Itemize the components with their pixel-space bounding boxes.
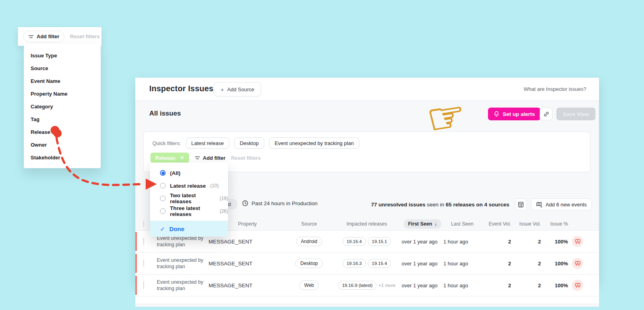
impacted-releases-cell: 19.16.3 19.15.4 [332, 259, 402, 268]
summary-mid: seen in [425, 202, 446, 208]
issue-type-cell: Event unexpected by tracking plan [157, 257, 209, 270]
add-new-events-label: Add 6 new events [546, 202, 587, 208]
add-source-label: Add Source [227, 86, 254, 92]
radio-selected-icon[interactable] [160, 170, 166, 176]
filter-menu-item-tag[interactable]: Tag [24, 113, 101, 126]
last-seen-cell: 1 hour ago [443, 261, 481, 267]
screenshot-canvas: Add filter Reset filters Issue Type Sour… [0, 0, 644, 310]
release-option-latest[interactable]: Latest release (10) [150, 179, 228, 192]
quick-filters-label: Quick filters: [152, 140, 181, 146]
quick-filter-latest-release[interactable]: Latest release [186, 137, 230, 149]
inspector-help-link[interactable]: What are Inspector issues? [523, 86, 586, 92]
save-view-button[interactable]: Save View [556, 108, 595, 120]
reset-filters-button[interactable]: Reset filters [70, 33, 100, 39]
filter-menu-item-issue-type[interactable]: Issue Type [24, 49, 101, 62]
sort-down-icon: ↓ [435, 221, 437, 227]
page-title: Inspector Issues [149, 84, 213, 93]
filter-menu-item-owner[interactable]: Owner [24, 139, 101, 151]
filter-menu-item-event-name[interactable]: Event Name [24, 75, 101, 88]
tracking-plan-violation-icon [572, 236, 583, 247]
release-option-label: (All) [170, 170, 180, 176]
remove-filter-icon[interactable]: ✕ [180, 155, 184, 161]
issue-pct-cell: 100% [541, 261, 568, 267]
impacted-releases-cell: 19.16.4 19.15.1 [332, 237, 402, 246]
property-cell: MESSAGE_SENT [209, 261, 286, 267]
property-cell: MESSAGE_SENT [209, 283, 286, 288]
col-first-seen-label: First Seen [408, 221, 432, 227]
release-option-three-latest[interactable]: Three latest releases (26) [150, 205, 228, 218]
last-seen-cell: 1 hour ago [443, 283, 481, 288]
add-source-button[interactable]: + Add Source [214, 82, 261, 96]
release-option-count: (10) [210, 183, 219, 188]
partial-table-row [135, 296, 599, 304]
filter-menu-item-stakeholder[interactable]: Stakeholder [24, 151, 101, 164]
radio-icon[interactable] [160, 196, 166, 201]
col-last-seen[interactable]: Last Seen [443, 221, 481, 227]
summary-scope: 65 releases on 4 sources [446, 202, 509, 208]
set-up-alerts-label: Set up alerts [503, 111, 535, 117]
quick-filter-desktop[interactable]: Desktop [234, 137, 264, 149]
impacted-releases-cell: 19.16.9 (latest) +1 more [332, 281, 402, 290]
release-highlight-dot [53, 129, 62, 137]
issues-summary: 77 unresolved issues seen in 65 releases… [371, 202, 509, 208]
view-title: All issues [149, 110, 181, 118]
radio-icon[interactable] [160, 183, 166, 188]
table-row[interactable]: Event unexpected by tracking plan MESSAG… [135, 252, 599, 274]
table-row[interactable]: Event unexpected by tracking plan MESSAG… [135, 274, 599, 296]
table-view-button[interactable] [515, 198, 527, 210]
time-range-label: Past 24 hours in Production [252, 200, 318, 206]
col-impacted-releases[interactable]: Impacted releases [332, 221, 402, 227]
quick-filter-event-unexpected[interactable]: Event unexpected by tracking plan [269, 137, 359, 149]
table-icon [518, 202, 524, 208]
release-option-label: Three latest releases [170, 205, 215, 217]
col-event-vol[interactable]: Event Vol. [481, 221, 511, 227]
add-new-events-button[interactable]: Add 6 new events [531, 198, 592, 210]
source-chip: Web [299, 281, 318, 290]
map-icon [536, 202, 543, 208]
issue-pct-cell: 100% [541, 283, 568, 288]
radio-icon[interactable] [160, 208, 166, 214]
filter-menu-item-source[interactable]: Source [24, 62, 101, 75]
left-filter-bar: Add filter Reset filters [18, 27, 101, 46]
plus-icon: + [221, 86, 224, 93]
row-checkbox[interactable] [143, 259, 144, 267]
table-bottom-strip [135, 304, 599, 307]
event-vol-cell: 2 [481, 261, 511, 267]
done-label: Done [170, 226, 185, 232]
release-chip: 19.15.1 [368, 237, 391, 246]
filter-menu-item-category[interactable]: Category [24, 100, 101, 113]
active-release-filter-chip[interactable]: Release: ✕ [150, 153, 189, 163]
set-up-alerts-button[interactable]: Set up alerts [488, 108, 541, 120]
col-source[interactable]: Source [286, 221, 332, 227]
event-vol-cell: 2 [481, 283, 511, 288]
select-all-checkbox[interactable] [143, 221, 144, 227]
filter-menu-item-release-label: Release [31, 129, 50, 135]
release-option-all[interactable]: (All) [150, 167, 228, 179]
release-chip-label: Release: [155, 155, 176, 161]
property-cell: MESSAGE_SENT [209, 239, 286, 245]
first-seen-cell: over 1 year ago [402, 283, 443, 288]
filter-menu-item-release[interactable]: Release [24, 126, 101, 139]
row-checkbox[interactable] [143, 281, 144, 289]
source-chip: Desktop [295, 259, 322, 268]
col-first-seen-sort[interactable]: First Seen↓ [404, 219, 441, 229]
add-filter-button[interactable]: Add filter [23, 31, 64, 42]
card-reset-filters-button[interactable]: Reset filters [231, 155, 261, 161]
col-issue-vol[interactable]: Issue Vol. [511, 221, 541, 227]
source-chip: Android [296, 237, 322, 246]
pointing-hand-emoji: ☞ [424, 93, 469, 142]
filter-menu-item-property-name[interactable]: Property Name [24, 88, 101, 100]
issue-type-cell: Event unexpected by tracking plan [157, 235, 209, 248]
dropdown-done-button[interactable]: ✓ Done [150, 221, 228, 237]
release-option-label: Latest release [170, 183, 206, 189]
time-range[interactable]: Past 24 hours in Production [242, 200, 318, 206]
event-vol-cell: 2 [481, 239, 511, 245]
copy-link-button[interactable] [540, 108, 552, 120]
col-issue-pct[interactable]: Issue % [541, 221, 568, 227]
first-seen-cell: over 1 year ago [402, 239, 443, 245]
card-add-filter-button[interactable]: Add filter [195, 155, 226, 161]
row-checkbox[interactable] [143, 237, 144, 245]
release-option-two-latest[interactable]: Two latest releases (19) [150, 192, 228, 205]
add-filter-label: Add filter [37, 33, 59, 39]
issue-type-cell: Event unexpected by tracking plan [157, 279, 209, 292]
